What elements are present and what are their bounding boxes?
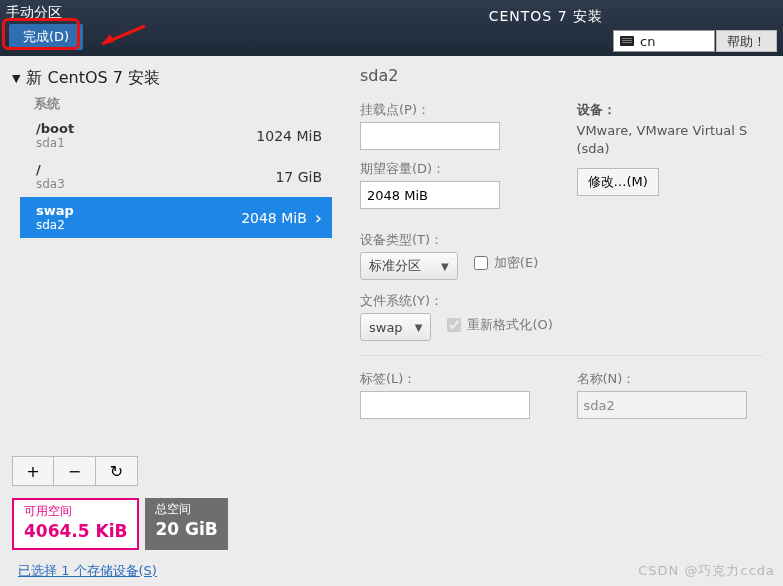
tree-header[interactable]: ▼ 新 CentOS 7 安装 bbox=[12, 66, 332, 91]
device-text: VMware, VMware Virtual S (sda) bbox=[577, 122, 764, 158]
free-space-box: 可用空间 4064.5 KiB bbox=[12, 498, 139, 550]
name-field: 名称(N)： bbox=[577, 370, 764, 419]
add-partition-button[interactable]: + bbox=[12, 456, 54, 486]
partition-row[interactable]: /boot sda1 1024 MiB bbox=[20, 115, 332, 156]
total-space-label: 总空间 bbox=[155, 502, 217, 518]
top-bar: 手动分区 完成(D) CENTOS 7 安装 cn 帮助！ bbox=[0, 0, 783, 56]
free-space-label: 可用空间 bbox=[24, 504, 127, 520]
capacity-input[interactable] bbox=[360, 181, 500, 209]
partition-size: 2048 MiB bbox=[241, 210, 307, 226]
partition-device: sda3 bbox=[36, 177, 65, 191]
partition-size: 1024 MiB bbox=[256, 128, 322, 144]
tag-field: 标签(L)： bbox=[360, 370, 547, 419]
details-heading: sda2 bbox=[360, 66, 763, 85]
keyboard-layout-code: cn bbox=[640, 34, 655, 49]
device-type-field: 设备类型(T)： 标准分区 ▼ 加密(E) bbox=[360, 231, 763, 280]
device-type-dropdown[interactable]: 标准分区 ▼ bbox=[360, 252, 458, 280]
partition-list: /boot sda1 1024 MiB / sda3 17 GiB swap s… bbox=[20, 115, 332, 238]
free-space-value: 4064.5 KiB bbox=[24, 520, 127, 542]
partition-mount: /boot bbox=[36, 121, 74, 136]
mountpoint-field: 挂载点(P)： 期望容量(D)： bbox=[360, 101, 547, 209]
chevron-down-icon: ▼ bbox=[441, 261, 449, 272]
mountpoint-input[interactable] bbox=[360, 122, 500, 150]
keyboard-icon bbox=[620, 36, 634, 46]
reload-button[interactable]: ↻ bbox=[96, 456, 138, 486]
reformat-label: 重新格式化(O) bbox=[467, 316, 552, 334]
name-input bbox=[577, 391, 747, 419]
device-type-label: 设备类型(T)： bbox=[360, 231, 763, 249]
help-button[interactable]: 帮助！ bbox=[716, 30, 777, 52]
partition-device: sda1 bbox=[36, 136, 74, 150]
filesystem-value: swap bbox=[369, 320, 403, 335]
total-space-value: 20 GiB bbox=[155, 518, 217, 540]
tag-label: 标签(L)： bbox=[360, 370, 547, 388]
main-area: ▼ 新 CentOS 7 安装 系统 /boot sda1 1024 MiB /… bbox=[0, 56, 783, 586]
reformat-checkbox bbox=[447, 318, 461, 332]
partition-tree-panel: ▼ 新 CentOS 7 安装 系统 /boot sda1 1024 MiB /… bbox=[0, 56, 340, 586]
device-label: 设备： bbox=[577, 101, 764, 119]
tree-header-label: 新 CentOS 7 安装 bbox=[26, 68, 160, 89]
partition-size: 17 GiB bbox=[275, 169, 322, 185]
chevron-down-icon: ▼ bbox=[415, 322, 423, 333]
system-group-label: 系统 bbox=[34, 95, 332, 113]
modify-device-button[interactable]: 修改…(M) bbox=[577, 168, 659, 196]
keyboard-layout-selector[interactable]: cn bbox=[613, 30, 715, 52]
mountpoint-label: 挂载点(P)： bbox=[360, 101, 547, 119]
name-label: 名称(N)： bbox=[577, 370, 764, 388]
screen-title: 手动分区 bbox=[6, 4, 62, 22]
partition-row[interactable]: / sda3 17 GiB bbox=[20, 156, 332, 197]
tag-input[interactable] bbox=[360, 391, 530, 419]
device-info: 设备： VMware, VMware Virtual S (sda) 修改…(M… bbox=[577, 101, 764, 209]
partition-mount: swap bbox=[36, 203, 74, 218]
partition-action-buttons: + − ↻ bbox=[12, 456, 332, 486]
partition-device: sda2 bbox=[36, 218, 74, 232]
partition-details-panel: sda2 挂载点(P)： 期望容量(D)： 设备： VMware, VMware… bbox=[340, 56, 783, 586]
encrypt-checkbox[interactable] bbox=[474, 256, 488, 270]
filesystem-dropdown[interactable]: swap ▼ bbox=[360, 313, 431, 341]
installer-title: CENTOS 7 安装 bbox=[489, 8, 603, 26]
divider bbox=[360, 355, 763, 356]
space-summary: 可用空间 4064.5 KiB 总空间 20 GiB bbox=[12, 498, 332, 550]
encrypt-label: 加密(E) bbox=[494, 254, 538, 272]
filesystem-field: 文件系统(Y)： swap ▼ 重新格式化(O) bbox=[360, 292, 763, 341]
watermark: CSDN @巧克力ccda bbox=[638, 562, 775, 580]
device-type-value: 标准分区 bbox=[369, 257, 421, 275]
expand-icon: ▼ bbox=[12, 72, 20, 85]
chevron-right-icon: › bbox=[315, 207, 322, 228]
annotation-arrow-icon bbox=[90, 18, 150, 52]
partition-row-selected[interactable]: swap sda2 2048 MiB › bbox=[20, 197, 332, 238]
total-space-box: 总空间 20 GiB bbox=[145, 498, 227, 550]
filesystem-label: 文件系统(Y)： bbox=[360, 292, 763, 310]
done-button[interactable]: 完成(D) bbox=[9, 24, 83, 50]
capacity-label: 期望容量(D)： bbox=[360, 160, 547, 178]
storage-devices-link[interactable]: 已选择 1 个存储设备(S) bbox=[18, 562, 332, 580]
partition-mount: / bbox=[36, 162, 65, 177]
remove-partition-button[interactable]: − bbox=[54, 456, 96, 486]
